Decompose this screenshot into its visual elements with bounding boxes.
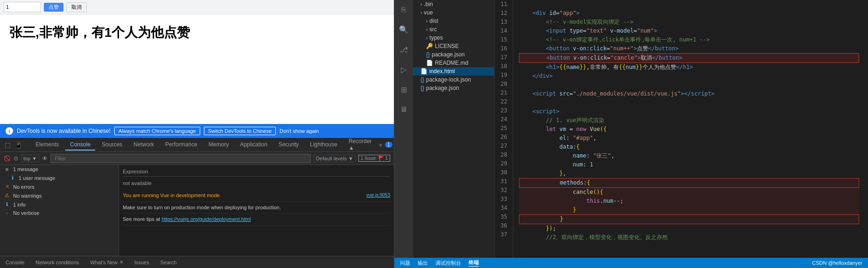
git-icon[interactable]: ⎇ xyxy=(398,43,410,56)
issue-badge[interactable]: 1 Issue: 🚩 1 xyxy=(358,155,390,162)
tab-memory[interactable]: Memory xyxy=(204,139,233,151)
tab-application[interactable]: Application xyxy=(235,139,272,151)
page-content: 张三,非常帅，有1个人为他点赞 xyxy=(0,14,394,124)
file-tree-pkg[interactable]: {} package.json xyxy=(413,84,494,92)
editor-panel: ⎘ 🔍 ⎇ ▷ ⊞ 🖥 › .bin › vue › dist › src xyxy=(394,0,868,268)
search-sidebar-icon[interactable]: 🔍 xyxy=(397,23,410,36)
tab-network[interactable]: Network xyxy=(129,139,159,151)
editor-branding: CSDN @helloxdanyer xyxy=(812,260,862,266)
file-tree-index[interactable]: 📄 index.html xyxy=(413,67,494,76)
remote-icon[interactable]: 🖥 xyxy=(398,103,409,116)
cancel-button[interactable]: 取消 xyxy=(66,2,87,12)
verbose-item[interactable]: ◦ No verbose xyxy=(0,209,119,217)
notification-text: DevTools is now available in Chinese! xyxy=(17,128,111,134)
file-tree-pkglock[interactable]: {} package-lock.json xyxy=(413,76,494,84)
editor-status-bar: 问题 输出 调试控制台 终端 CSDN @helloxdanyer xyxy=(394,258,868,268)
file-tree-types[interactable]: › types xyxy=(413,34,494,42)
tab-security[interactable]: Security xyxy=(274,139,303,151)
arrow-dist: › xyxy=(426,19,427,24)
file-tree-license[interactable]: 🔑 LICENSE xyxy=(413,42,494,50)
status-debug-console[interactable]: 调试控制台 xyxy=(435,260,461,267)
context-label: top ▼ xyxy=(23,156,37,161)
code-content[interactable]: <div id="app"> <!-- v-model实现双向绑定 --> <i… xyxy=(513,0,868,268)
file-tree-readme[interactable]: 📄 README.md xyxy=(413,59,494,67)
bottom-search-tab[interactable]: Search xyxy=(158,259,178,266)
bottom-issues-tab[interactable]: Issues xyxy=(133,259,151,266)
tab-elements[interactable]: Elements xyxy=(31,139,63,151)
tab-recorder[interactable]: Recorder ▲ xyxy=(344,136,376,154)
file-name-bin: .bin xyxy=(424,1,433,7)
console-output: Expression not available You are running… xyxy=(119,165,394,256)
devtools-notification: i DevTools is now available in Chinese! … xyxy=(0,124,394,138)
console-main: ≡ 1 message ℹ 1 user message ✕ No errors… xyxy=(0,165,394,256)
info-icon2: ℹ xyxy=(4,201,10,207)
file-tree-vue[interactable]: › vue xyxy=(413,8,494,17)
status-output[interactable]: 输出 xyxy=(418,260,428,267)
context-dropdown[interactable]: top ▼ xyxy=(21,155,39,162)
file-name-pkg-vue: package.json xyxy=(432,51,465,58)
eye-icon[interactable]: 👁 xyxy=(42,155,48,162)
verbose-icon: ◦ xyxy=(4,210,10,216)
log-text-3a: See more tips at xyxy=(123,216,161,222)
info-label: 1 info xyxy=(13,202,115,207)
inspect-icon[interactable]: ⬚ xyxy=(4,140,12,150)
address-bar: 点赞 取消 xyxy=(0,0,394,14)
error-icon: ✕ xyxy=(4,184,10,190)
expression-value: not available xyxy=(123,180,390,186)
messages-group[interactable]: ≡ 1 message xyxy=(0,165,119,173)
tab-console[interactable]: Console xyxy=(65,139,95,151)
bottom-whatsnew-tab[interactable]: What's New ✕ xyxy=(88,259,125,266)
device-icon[interactable]: 📱 xyxy=(14,140,23,150)
info-item[interactable]: ℹ 1 info xyxy=(0,200,119,209)
log-source-link[interactable]: vue.js:9053 xyxy=(366,192,390,199)
tab-performance[interactable]: Performance xyxy=(161,139,202,151)
like-button[interactable]: 点赞 xyxy=(44,3,63,12)
file-name-license: LICENSE xyxy=(435,43,459,49)
explorer-icon[interactable]: ⎘ xyxy=(399,4,408,16)
console-message-list: ≡ 1 message ℹ 1 user message ✕ No errors… xyxy=(0,165,119,256)
tab-lighthouse[interactable]: Lighthouse xyxy=(305,139,342,151)
switch-chinese-button[interactable]: Switch DevTools to Chinese xyxy=(204,127,276,135)
file-name-dist: dist xyxy=(429,18,438,24)
collapse-icon: ≡ xyxy=(4,166,10,172)
status-problems[interactable]: 问题 xyxy=(400,260,410,267)
whats-new-label: What's New xyxy=(90,260,117,265)
user-message-item[interactable]: ℹ 1 user message xyxy=(0,173,119,182)
arrow-vue: › xyxy=(420,10,422,15)
levels-dropdown[interactable]: Default levels ▼ xyxy=(314,155,356,162)
warning-icon: ⚠ xyxy=(4,192,10,199)
info-circle-icon: ℹ xyxy=(9,175,16,181)
no-warnings-label: No warnings xyxy=(13,193,115,199)
no-warnings-item[interactable]: ⚠ No warnings xyxy=(0,191,119,200)
more-tabs-icon[interactable]: » xyxy=(378,141,383,149)
extensions-icon[interactable]: ⊞ xyxy=(399,83,409,96)
file-tree-bin[interactable]: › .bin xyxy=(413,0,494,8)
status-terminal[interactable]: 终端 xyxy=(469,259,479,267)
log-text-2: Make sure to turn on production mode whe… xyxy=(123,205,281,210)
address-input[interactable] xyxy=(4,2,41,12)
no-errors-item[interactable]: ✕ No errors xyxy=(0,182,119,191)
expression-header: Expression xyxy=(123,169,390,177)
file-tree: › .bin › vue › dist › src › types 🔑 LICE… xyxy=(413,0,495,268)
match-language-button[interactable]: Always match Chrome's language xyxy=(114,127,200,135)
dont-show-button[interactable]: Don't show again xyxy=(280,128,319,134)
bottom-console-tab[interactable]: Console xyxy=(4,259,26,266)
filter-input[interactable] xyxy=(50,154,311,163)
arrow-src: › xyxy=(426,27,427,32)
file-tree-pkg-vue[interactable]: {} package.json xyxy=(413,50,494,59)
debug-icon[interactable]: ▷ xyxy=(399,63,408,76)
json-icon-1: {} xyxy=(426,51,430,58)
file-tree-dist[interactable]: › dist xyxy=(413,17,494,25)
whats-new-close-icon[interactable]: ✕ xyxy=(119,260,123,265)
filter-toggle-icon[interactable]: ⊙ xyxy=(14,155,18,162)
clear-console-icon[interactable]: 🚫 xyxy=(4,155,11,162)
bottom-network-tab[interactable]: Network conditions xyxy=(34,259,81,266)
console-badge: 1 xyxy=(385,142,392,148)
license-icon: 🔑 xyxy=(426,43,433,49)
log-entry-3: See more tips at https://vuejs.org/guide… xyxy=(123,215,390,226)
html-icon: 📄 xyxy=(420,68,427,75)
tab-sources[interactable]: Sources xyxy=(97,139,127,151)
log-link[interactable]: https://vuejs.org/guide/deployment.html xyxy=(161,216,251,222)
file-tree-src[interactable]: › src xyxy=(413,25,494,34)
log-entry-2: Make sure to turn on production mode whe… xyxy=(123,204,390,214)
